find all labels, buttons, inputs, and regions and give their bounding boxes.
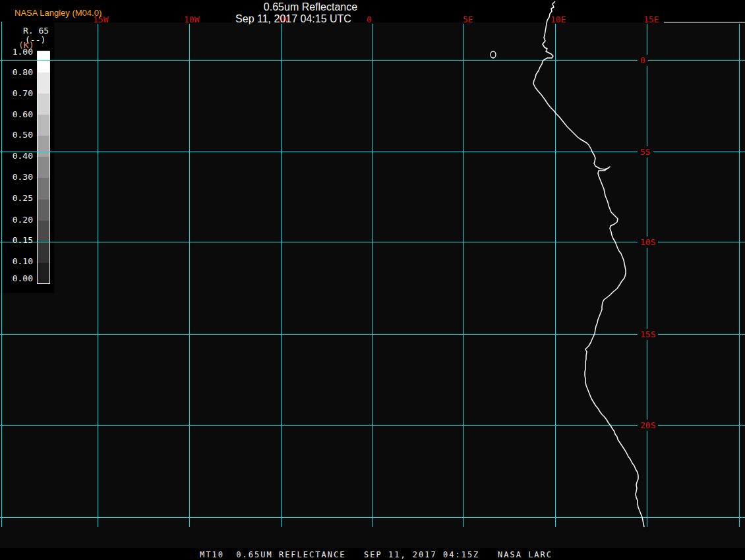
africa-west-coastline: [533, 1, 644, 527]
status-bar: MT10 0.65UM REFLECTANCE SEP 11, 2017 04:…: [200, 551, 552, 559]
island-outline: [491, 51, 496, 58]
coastline-overlay: [0, 0, 745, 560]
satellite-viewer-window: 15W10W5W05E10E15E05S10S15S20S R. 65 (--)…: [0, 0, 745, 560]
